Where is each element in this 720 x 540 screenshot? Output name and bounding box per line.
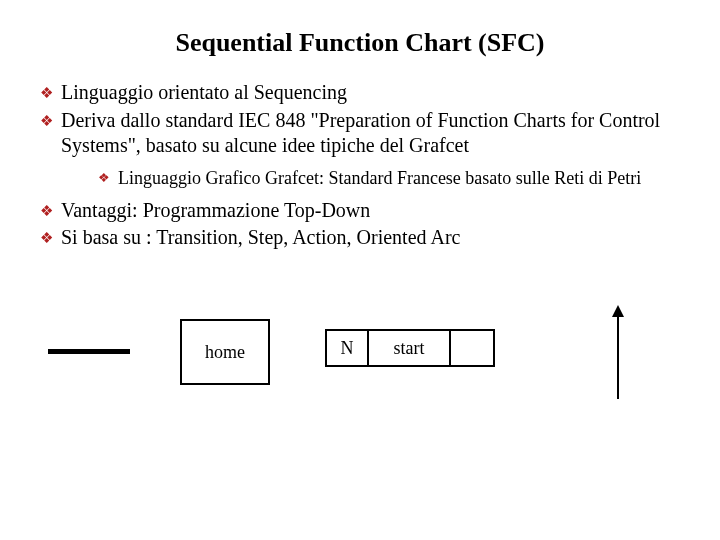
list-item: ❖ Vantaggi: Programmazione Top-Down	[40, 198, 680, 224]
diamond-bullet-icon: ❖	[98, 170, 110, 187]
bullet-text: Linguaggio orientato al Sequencing	[61, 80, 680, 106]
step-box: home	[180, 319, 270, 385]
list-item: ❖ Linguaggio orientato al Sequencing	[40, 80, 680, 106]
transition-symbol	[48, 349, 130, 354]
arrow-line	[617, 313, 619, 399]
list-item: ❖ Si basa su : Transition, Step, Action,…	[40, 225, 680, 251]
sfc-diagram: home N start	[40, 301, 680, 441]
diamond-bullet-icon: ❖	[40, 84, 53, 103]
action-block: N start	[325, 329, 495, 367]
action-indicator	[449, 329, 495, 367]
list-item: ❖ Deriva dallo standard IEC 848 "Prepara…	[40, 108, 680, 159]
list-item: ❖ Linguaggio Grafico Grafcet: Standard F…	[98, 167, 680, 190]
action-name: start	[367, 329, 449, 367]
action-qualifier: N	[325, 329, 367, 367]
bullet-list: ❖ Linguaggio orientato al Sequencing ❖ D…	[40, 80, 680, 251]
oriented-arc	[610, 305, 626, 400]
diamond-bullet-icon: ❖	[40, 202, 53, 221]
bullet-text: Linguaggio Grafico Grafcet: Standard Fra…	[118, 167, 680, 190]
diamond-bullet-icon: ❖	[40, 229, 53, 248]
slide: Sequential Function Chart (SFC) ❖ Lingua…	[0, 0, 720, 441]
diamond-bullet-icon: ❖	[40, 112, 53, 131]
bullet-text: Deriva dallo standard IEC 848 "Preparati…	[61, 108, 680, 159]
step-label: home	[205, 342, 245, 363]
bullet-text: Si basa su : Transition, Step, Action, O…	[61, 225, 680, 251]
slide-title: Sequential Function Chart (SFC)	[40, 28, 680, 58]
bullet-text: Vantaggi: Programmazione Top-Down	[61, 198, 680, 224]
